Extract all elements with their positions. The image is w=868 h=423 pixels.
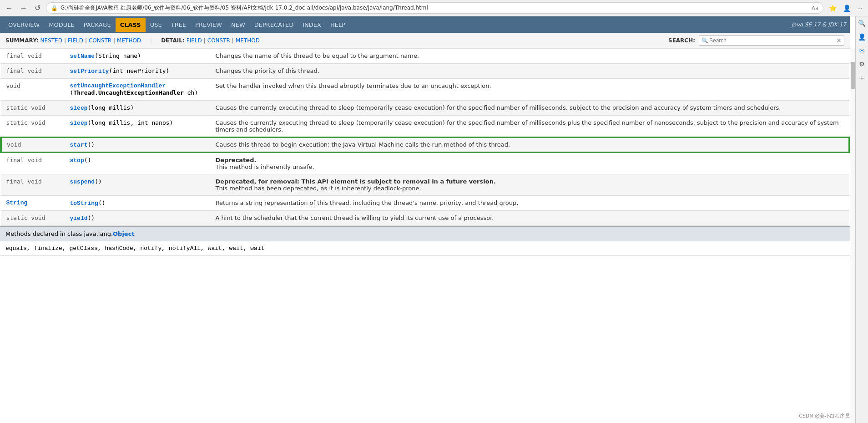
modifier-cell: final void <box>1 174 65 196</box>
sidebar-settings-icon[interactable]: ⚙ <box>857 59 867 69</box>
desc-cell: Changes the name of this thread to be eq… <box>210 49 849 64</box>
nav-help[interactable]: HELP <box>326 18 350 32</box>
summary-field[interactable]: FIELD <box>68 37 83 44</box>
string-type-link[interactable]: String <box>6 199 28 206</box>
detail-method[interactable]: METHOD <box>236 37 260 44</box>
method-link-suspend[interactable]: suspend <box>70 178 95 185</box>
right-sidebar: 🔍 👤 ✉ ⚙ + <box>855 16 868 423</box>
sidebar-outlook-icon[interactable]: ✉ <box>857 46 867 56</box>
nav-tree[interactable]: TREE <box>167 18 191 32</box>
detail-constr[interactable]: CONSTR <box>207 37 230 44</box>
summary-label: SUMMARY: <box>5 37 39 44</box>
modifier-cell: void <box>1 79 65 101</box>
object-methods: equals, finalize, getClass, hashCode, no… <box>0 241 850 256</box>
method-link-stop[interactable]: stop <box>70 157 84 164</box>
desc-cell: Deprecated. This method is inherently un… <box>210 153 849 174</box>
method-cell: setUncaughtExceptionHandler (Thread.Unca… <box>65 79 210 101</box>
profile-button[interactable]: 👤 <box>841 4 853 13</box>
section-header-text: Methods declared in class java.lang. <box>5 230 113 237</box>
method-cell: sleep(long millis, int nanos) <box>65 116 210 138</box>
summary-nested[interactable]: NESTED <box>40 37 62 44</box>
object-link[interactable]: Object <box>113 230 135 237</box>
table-row: void setUncaughtExceptionHandler (Thread… <box>1 79 849 101</box>
scroll-track[interactable] <box>850 48 855 423</box>
method-cell: sleep(long millis) <box>65 101 210 116</box>
nav-overview[interactable]: OVERVIEW <box>4 18 44 32</box>
method-cell: suspend() <box>65 174 210 196</box>
deprecated-removal-label: Deprecated, for removal: This API elemen… <box>216 178 496 185</box>
method-cell: setName(String name) <box>65 49 210 64</box>
modifier-cell: void <box>1 137 65 153</box>
method-link-yield[interactable]: yield <box>70 215 88 222</box>
method-link-sleep2[interactable]: sleep <box>70 120 88 127</box>
search-clear-button[interactable]: ✕ <box>836 37 842 44</box>
detail-field[interactable]: FIELD <box>187 37 202 44</box>
summary-constr[interactable]: CONSTR <box>89 37 111 44</box>
sidebar-user-icon[interactable]: 👤 <box>857 32 867 42</box>
nav-module[interactable]: MODULE <box>44 18 79 32</box>
sidebar-search-icon[interactable]: 🔍 <box>857 18 867 28</box>
sidebar-plus-icon[interactable]: + <box>857 73 867 83</box>
table-row: static void sleep(long millis) Causes th… <box>1 101 849 116</box>
summary-bar: SUMMARY: NESTED | FIELD | CONSTR | METHO… <box>0 33 850 49</box>
desc-cell: A hint to the scheduler that the current… <box>210 211 849 226</box>
table-row: String toString() Returns a string repre… <box>1 196 849 211</box>
method-cell: yield() <box>65 211 210 226</box>
deprecated-label: Deprecated. <box>216 157 257 163</box>
nav-use[interactable]: USE <box>146 18 167 32</box>
nav-links: OVERVIEW MODULE PACKAGE CLASS USE TREE P… <box>4 18 350 32</box>
main-content[interactable]: final void setName(String name) Changes … <box>0 49 850 423</box>
sep4: | <box>204 37 206 44</box>
nav-new[interactable]: NEW <box>227 18 250 32</box>
browser-actions: ⭐ 👤 ··· <box>827 4 864 13</box>
method-cell: setPriority(int newPriority) <box>65 64 210 79</box>
table-row: final void setName(String name) Changes … <box>1 49 849 64</box>
lock-icon: 🔒 <box>51 5 58 11</box>
address-text: G:/尚硅谷全套JAVA教程-红康老师/06_软件与资料/06_软件与资料/05… <box>61 4 809 12</box>
summary-method[interactable]: METHOD <box>117 37 141 44</box>
table-row-highlighted: void start() Causes this thread to begin… <box>1 137 849 153</box>
watermark: CSDN @姜小白程序员 <box>799 413 850 419</box>
method-cell: start() <box>65 137 210 153</box>
table-row: final void stop() Deprecated. This metho… <box>1 153 849 174</box>
nav-index[interactable]: INDEX <box>298 18 326 32</box>
nav-class[interactable]: CLASS <box>116 18 146 32</box>
method-link-setname[interactable]: setName <box>70 53 95 60</box>
forward-button[interactable]: → <box>18 3 29 13</box>
nav-preview[interactable]: PREVIEW <box>191 18 227 32</box>
address-bar[interactable]: 🔒 G:/尚硅谷全套JAVA教程-红康老师/06_软件与资料/06_软件与资料/… <box>46 2 823 14</box>
java-nav: OVERVIEW MODULE PACKAGE CLASS USE TREE P… <box>0 16 850 33</box>
method-link-start[interactable]: start <box>70 142 88 148</box>
method-table: final void setName(String name) Changes … <box>0 49 850 226</box>
nav-deprecated[interactable]: DEPRECATED <box>250 18 298 32</box>
refresh-button[interactable]: ↺ <box>33 3 42 13</box>
more-button[interactable]: ··· <box>855 4 864 13</box>
table-row: static void sleep(long millis, int nanos… <box>1 116 849 138</box>
desc-cell: Set the handler invoked when this thread… <box>210 79 849 101</box>
desc-cell: Returns a string representation of this … <box>210 196 849 211</box>
search-input-wrap: 🔍 ✕ <box>699 36 844 46</box>
extensions-button[interactable]: ⭐ <box>827 4 838 13</box>
method-link-tostring[interactable]: toString <box>70 200 98 207</box>
method-cell: stop() <box>65 153 210 174</box>
method-link-setpriority[interactable]: setPriority <box>70 68 109 75</box>
scroll-thumb[interactable] <box>851 62 855 89</box>
nav-package[interactable]: PACKAGE <box>79 18 116 32</box>
back-button[interactable]: ← <box>4 3 15 13</box>
modifier-cell: static void <box>1 116 65 138</box>
desc-cell: Causes the currently executing thread to… <box>210 101 849 116</box>
search-input[interactable] <box>699 36 844 46</box>
content-area: OVERVIEW MODULE PACKAGE CLASS USE TREE P… <box>0 16 850 423</box>
method-link-setuncaught[interactable]: setUncaughtExceptionHandler <box>70 82 166 89</box>
translate-icon: Aa <box>812 5 819 11</box>
modifier-cell: static void <box>1 211 65 226</box>
modifier-cell: final void <box>1 153 65 174</box>
desc-cell: Causes this thread to begin execution; t… <box>210 137 849 153</box>
desc-cell: Changes the priority of this thread. <box>210 64 849 79</box>
method-link-sleep1[interactable]: sleep <box>70 105 88 112</box>
desc-cell: Deprecated, for removal: This API elemen… <box>210 174 849 196</box>
sep3: | <box>113 37 115 44</box>
search-container: SEARCH: 🔍 ✕ <box>668 36 844 46</box>
section-header: Methods declared in class java.lang.Obje… <box>0 226 850 241</box>
modifier-cell: final void <box>1 64 65 79</box>
